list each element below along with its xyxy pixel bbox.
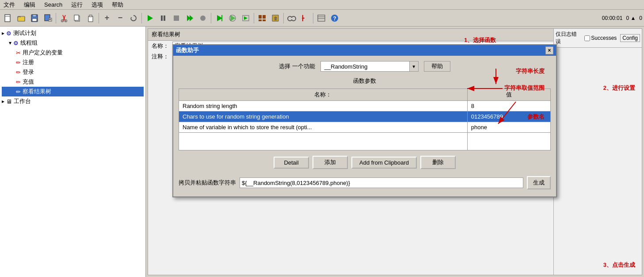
table-row-1[interactable]: Random string length 8 (179, 101, 551, 112)
toolbar-sep-1 (56, 13, 56, 23)
toolbar-paste[interactable] (84, 12, 97, 24)
name-label: 名称： (152, 42, 169, 50)
sidebar: ▸ ⚙ 测试计划 ▾ ⚙ 线程组 ✂ 用户定义的变量 ✏ 注册 ✏ 登录 ✏ 充… (0, 27, 146, 277)
row3-value: phone (467, 122, 550, 133)
col-value-header: 值 (467, 89, 550, 101)
toolbar-open[interactable] (15, 12, 27, 24)
sidebar-item-recharge[interactable]: ✏ 充值 (2, 77, 144, 87)
params-table: 名称： 值 Random string length 8 Chars to us… (179, 88, 551, 150)
function-dropdown-arrow[interactable]: ▼ (409, 62, 418, 71)
toolbar-saveas[interactable] (42, 12, 54, 24)
toolbar-run[interactable] (144, 12, 156, 24)
add-clipboard-button[interactable]: Add from Clipboard (351, 157, 417, 169)
dialog-close-button[interactable]: × (545, 46, 553, 54)
dialog-title: 函数助手 (176, 46, 199, 54)
menu-help[interactable]: 帮助 (110, 0, 125, 9)
dialog-body: 选择 一个功能 __RandomString ▼ 帮助 函数参数 名称： 值 (173, 56, 556, 196)
toolbar-copy[interactable] (71, 12, 84, 24)
toolbar-sep-4 (211, 13, 211, 23)
generate-button[interactable]: 生成 (527, 176, 551, 189)
svg-marker-20 (190, 15, 193, 21)
menu-options[interactable]: 选项 (90, 0, 105, 9)
table-row-2[interactable]: Chars to use for random string generatio… (179, 112, 551, 122)
menu-run[interactable]: 运行 (69, 0, 84, 9)
help-button[interactable]: 帮助 (424, 61, 450, 72)
sidebar-item-workbench[interactable]: ▸ 🖥 工作台 (2, 96, 144, 106)
svg-rect-16 (161, 15, 163, 21)
function-value: __RandomString (321, 62, 409, 71)
copy-label: 拷贝并粘贴函数字符串 (179, 179, 236, 187)
toolbar-help[interactable]: ? (328, 12, 341, 24)
detail-button[interactable]: Detail (274, 157, 309, 169)
toolbar-right: 00:00:01 0 ▲ 0 (602, 15, 642, 21)
menu-bar: 文件 编辑 Search 运行 选项 帮助 (0, 0, 644, 10)
copy-paste-row: 拷贝并粘贴函数字符串 生成 (179, 174, 551, 191)
toolbar-remote-all[interactable] (240, 12, 252, 24)
copy-input[interactable] (240, 177, 523, 188)
delete-button[interactable]: 删除 (420, 156, 456, 169)
svg-text:🗑: 🗑 (274, 16, 278, 21)
svg-rect-13 (89, 15, 92, 17)
table-row-3[interactable]: Name of variable in which to store the r… (179, 122, 551, 133)
svg-rect-0 (5, 15, 10, 22)
toolbar-sep-6 (283, 13, 284, 23)
toolbar-record[interactable] (197, 12, 209, 24)
toolbar-remote-stop[interactable] (226, 12, 239, 24)
menu-file[interactable]: 文件 (2, 0, 17, 9)
toolbar-function[interactable] (299, 12, 311, 24)
row1-value: 8 (467, 101, 550, 112)
toolbar-stop[interactable] (170, 12, 183, 24)
toolbar-cut[interactable] (58, 12, 70, 24)
svg-marker-27 (244, 16, 248, 20)
dialog-titlebar: 函数助手 × (173, 45, 556, 56)
toolbar-add[interactable]: + (101, 12, 113, 24)
toolbar-binoculars[interactable] (286, 12, 298, 24)
toolbar-clear[interactable]: 🗑 (269, 12, 282, 24)
toolbar-pause[interactable] (157, 12, 169, 24)
toolbar-templates[interactable] (256, 12, 268, 24)
sidebar-item-login[interactable]: ✏ 登录 (2, 67, 144, 77)
svg-rect-17 (164, 15, 165, 21)
toolbar-remote-run[interactable] (213, 12, 225, 24)
table-row-empty-1 (179, 133, 551, 150)
svg-rect-28 (259, 15, 262, 19)
svg-marker-14 (131, 17, 132, 18)
menu-edit[interactable]: 编辑 (22, 0, 37, 9)
toolbar-save[interactable] (28, 12, 41, 24)
toolbar-list[interactable] (315, 12, 328, 24)
toolbar-remove[interactable]: − (114, 12, 126, 24)
svg-rect-29 (263, 15, 266, 19)
content-area: 察看结果树 名称： 注释： 仅日志错误 Successes Config (146, 27, 644, 277)
toolbar-warnings: 0 ▲ (626, 15, 636, 21)
svg-marker-15 (148, 15, 153, 21)
function-combo: __RandomString ▼ (320, 61, 419, 72)
expand-icon: ▸ (2, 30, 4, 36)
function-helper-dialog: 函数助手 × 选择 一个功能 __RandomString ▼ 帮助 函数参数 (172, 44, 557, 197)
successes-checkbox[interactable] (584, 35, 590, 41)
workbench-icon: ▸ (2, 98, 4, 104)
toolbar-run-no-pause[interactable] (183, 12, 196, 24)
main-layout: ▸ ⚙ 测试计划 ▾ ⚙ 线程组 ✂ 用户定义的变量 ✏ 注册 ✏ 登录 ✏ 充… (0, 27, 644, 277)
row3-name: Name of variable in which to store the r… (179, 122, 468, 133)
config-label[interactable]: Config (620, 34, 640, 42)
sidebar-item-user-vars[interactable]: ✂ 用户定义的变量 (2, 48, 144, 58)
toolbar-sep-2 (99, 13, 99, 23)
sidebar-item-test-plan[interactable]: ▸ ⚙ 测试计划 (2, 28, 144, 38)
sidebar-item-register[interactable]: ✏ 注册 (2, 58, 144, 67)
row2-value: 0123456789 (467, 112, 550, 122)
sidebar-item-result-tree[interactable]: ✏ 察看结果树 (2, 87, 144, 96)
add-button[interactable]: 添加 (312, 156, 348, 169)
svg-rect-37 (318, 15, 325, 21)
svg-rect-11 (74, 15, 79, 20)
toolbar-time: 00:00:01 (602, 15, 623, 21)
button-row: Detail 添加 Add from Clipboard 删除 (179, 156, 551, 169)
svg-rect-36 (291, 18, 293, 19)
row1-name: Random string length (179, 101, 468, 112)
toolbar-sep-5 (254, 13, 254, 23)
svg-rect-31 (263, 19, 266, 21)
toolbar-new[interactable] (2, 12, 14, 24)
toolbar-sep-3 (141, 13, 142, 23)
toolbar-refresh[interactable] (127, 12, 140, 24)
menu-search[interactable]: Search (42, 1, 64, 8)
sidebar-item-thread-group[interactable]: ▾ ⚙ 线程组 (2, 38, 144, 48)
